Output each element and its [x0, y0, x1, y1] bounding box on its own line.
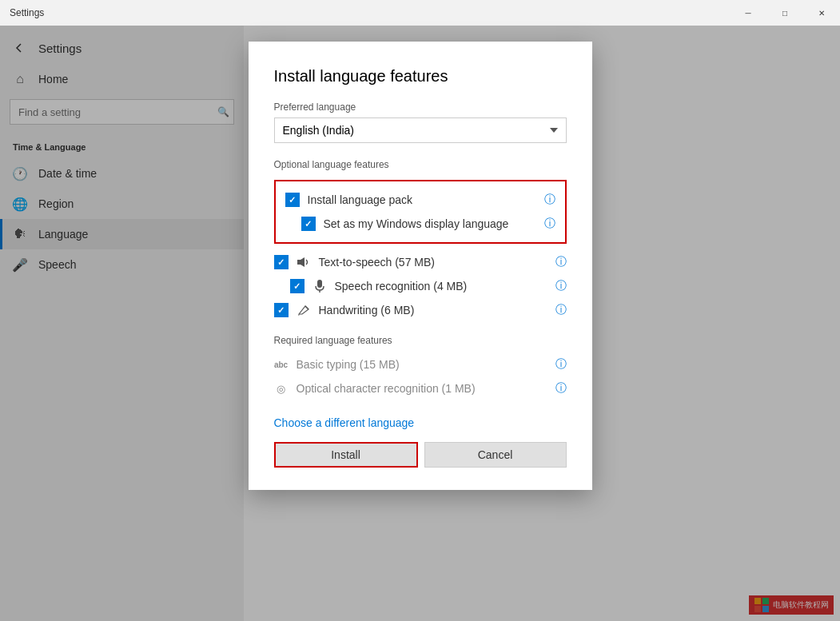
info-icon-basic-typing[interactable]: ⓘ — [555, 357, 567, 372]
svg-rect-0 — [297, 260, 301, 265]
language-pack-group: ✓ Install language pack ⓘ ✓ Set as my Wi… — [274, 180, 567, 244]
feature-label-display-lang: Set as my Windows display language — [324, 217, 536, 230]
feature-label-lang-pack: Install language pack — [308, 193, 536, 206]
dialog-title: Install language features — [274, 67, 567, 86]
required-label-basic-typing: Basic typing (15 MB) — [297, 358, 547, 371]
feature-label-speech-rec: Speech recognition (4 MB) — [335, 280, 547, 293]
info-icon-lang-pack[interactable]: ⓘ — [544, 193, 555, 207]
info-icon-speech-rec[interactable]: ⓘ — [555, 279, 567, 293]
minimize-button[interactable]: ─ — [730, 0, 766, 26]
optional-features-heading: Optional language features — [274, 159, 567, 170]
feature-row-speech-rec: ✓ Speech recognition (4 MB) ⓘ — [274, 274, 567, 298]
feature-label-handwriting: Handwriting (6 MB) — [319, 304, 547, 316]
preferred-language-label: Preferred language — [274, 102, 567, 113]
install-button[interactable]: Install — [274, 442, 418, 468]
dialog-buttons: Install Cancel — [274, 442, 567, 468]
basic-typing-icon: abc — [274, 357, 289, 372]
choose-language-link[interactable]: Choose a different language — [274, 416, 567, 429]
modal-overlay: Install language features Preferred lang… — [0, 26, 840, 621]
svg-marker-1 — [301, 257, 305, 267]
checkbox-speech-rec[interactable]: ✓ — [290, 279, 305, 293]
svg-rect-2 — [317, 280, 322, 288]
install-language-dialog: Install language features Preferred lang… — [249, 42, 592, 490]
feature-row-display-lang: ✓ Set as my Windows display language ⓘ — [285, 212, 555, 236]
info-icon-display-lang[interactable]: ⓘ — [544, 217, 555, 231]
title-bar: Settings ─ □ ✕ — [0, 0, 840, 26]
handwriting-icon — [297, 303, 311, 317]
cancel-button[interactable]: Cancel — [424, 442, 567, 468]
feature-row-lang-pack: ✓ Install language pack ⓘ — [285, 188, 555, 212]
checkbox-display-lang[interactable]: ✓ — [301, 217, 316, 231]
required-row-ocr: ◎ Optical character recognition (1 MB) ⓘ — [274, 376, 567, 400]
required-row-basic-typing: abc Basic typing (15 MB) ⓘ — [274, 352, 567, 376]
checkbox-tts[interactable]: ✓ — [274, 255, 289, 269]
ocr-icon: ◎ — [274, 381, 289, 396]
info-icon-tts[interactable]: ⓘ — [555, 255, 567, 269]
preferred-language-select[interactable]: English (India) — [274, 117, 567, 143]
close-button[interactable]: ✕ — [803, 0, 840, 26]
tts-icon — [297, 255, 311, 269]
info-icon-handwriting[interactable]: ⓘ — [555, 303, 567, 317]
checkbox-lang-pack[interactable]: ✓ — [285, 193, 300, 207]
window-title: Settings — [10, 7, 44, 18]
feature-label-tts: Text-to-speech (57 MB) — [319, 256, 547, 269]
feature-row-tts: ✓ Text-to-speech (57 MB) ⓘ — [274, 250, 567, 274]
feature-row-handwriting: ✓ Handwriting (6 MB) ⓘ — [274, 298, 567, 322]
checkbox-handwriting[interactable]: ✓ — [274, 303, 289, 317]
required-label-ocr: Optical character recognition (1 MB) — [297, 382, 547, 395]
required-features-heading: Required language features — [274, 335, 567, 346]
speech-rec-icon — [313, 279, 327, 293]
info-icon-ocr[interactable]: ⓘ — [555, 381, 567, 396]
maximize-button[interactable]: □ — [766, 0, 803, 26]
